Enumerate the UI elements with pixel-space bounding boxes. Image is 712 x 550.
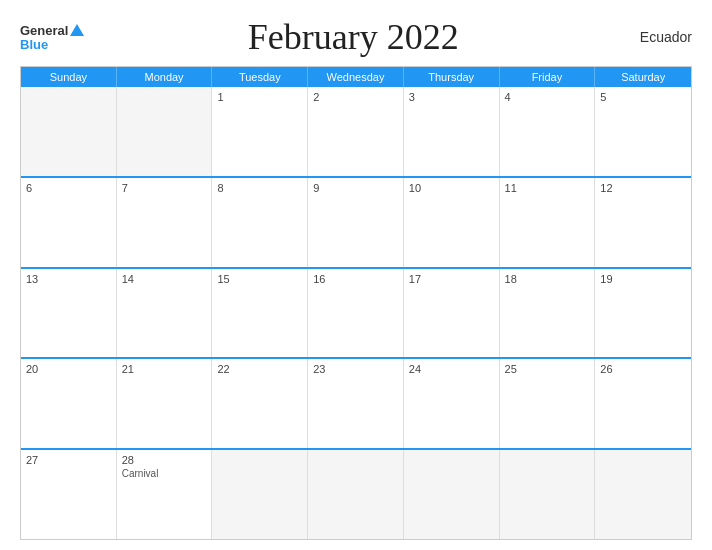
- day-number: 26: [600, 363, 686, 375]
- calendar-cell: 23: [308, 359, 404, 448]
- header-thursday: Thursday: [404, 67, 500, 87]
- day-number: 19: [600, 273, 686, 285]
- logo-general-text: General: [20, 24, 68, 37]
- calendar-cell: 7: [117, 178, 213, 267]
- day-number: 12: [600, 182, 686, 194]
- calendar-cell: 27: [21, 450, 117, 539]
- day-number: 4: [505, 91, 590, 103]
- calendar-header-row: Sunday Monday Tuesday Wednesday Thursday…: [21, 67, 691, 87]
- calendar-cell: 17: [404, 269, 500, 358]
- calendar-cell: 19: [595, 269, 691, 358]
- calendar-cell: 21: [117, 359, 213, 448]
- calendar-cell: 12: [595, 178, 691, 267]
- header-sunday: Sunday: [21, 67, 117, 87]
- logo-text: General Blue: [20, 24, 84, 51]
- logo-top: General: [20, 24, 84, 38]
- month-title: February 2022: [84, 16, 622, 58]
- calendar-cell: 28Carnival: [117, 450, 213, 539]
- day-number: 18: [505, 273, 590, 285]
- calendar-cell: 13: [21, 269, 117, 358]
- calendar-grid: Sunday Monday Tuesday Wednesday Thursday…: [20, 66, 692, 540]
- day-number: 8: [217, 182, 302, 194]
- calendar-cell: 15: [212, 269, 308, 358]
- calendar-week-2: 6789101112: [21, 176, 691, 267]
- calendar-cell: 18: [500, 269, 596, 358]
- calendar-week-3: 13141516171819: [21, 267, 691, 358]
- calendar-cell: 26: [595, 359, 691, 448]
- day-number: 7: [122, 182, 207, 194]
- day-number: 23: [313, 363, 398, 375]
- day-number: 1: [217, 91, 302, 103]
- calendar-cell: 14: [117, 269, 213, 358]
- day-number: 13: [26, 273, 111, 285]
- day-number: 15: [217, 273, 302, 285]
- calendar-cell: [595, 450, 691, 539]
- page-header: General Blue February 2022 Ecuador: [20, 16, 692, 58]
- calendar-cell: 24: [404, 359, 500, 448]
- calendar-cell: 4: [500, 87, 596, 176]
- logo-triangle-icon: [70, 24, 84, 36]
- calendar-cell: [500, 450, 596, 539]
- calendar-cell: [117, 87, 213, 176]
- calendar-cell: 11: [500, 178, 596, 267]
- calendar-cell: 8: [212, 178, 308, 267]
- calendar-cell: 25: [500, 359, 596, 448]
- calendar-cell: 6: [21, 178, 117, 267]
- day-number: 20: [26, 363, 111, 375]
- calendar-cell: 5: [595, 87, 691, 176]
- calendar-cell: 3: [404, 87, 500, 176]
- calendar-cell: 9: [308, 178, 404, 267]
- calendar-page: General Blue February 2022 Ecuador Sunda…: [0, 0, 712, 550]
- calendar-cell: 2: [308, 87, 404, 176]
- calendar-cell: 16: [308, 269, 404, 358]
- day-number: 25: [505, 363, 590, 375]
- day-number: 2: [313, 91, 398, 103]
- calendar-week-5: 2728Carnival: [21, 448, 691, 539]
- day-number: 24: [409, 363, 494, 375]
- day-number: 16: [313, 273, 398, 285]
- day-number: 5: [600, 91, 686, 103]
- day-number: 6: [26, 182, 111, 194]
- day-number: 27: [26, 454, 111, 466]
- calendar-cell: 20: [21, 359, 117, 448]
- calendar-cell: 22: [212, 359, 308, 448]
- day-number: 9: [313, 182, 398, 194]
- header-wednesday: Wednesday: [308, 67, 404, 87]
- calendar-cell: 1: [212, 87, 308, 176]
- calendar-body: 1234567891011121314151617181920212223242…: [21, 87, 691, 539]
- country-label: Ecuador: [622, 29, 692, 45]
- calendar-cell: 10: [404, 178, 500, 267]
- day-number: 17: [409, 273, 494, 285]
- header-saturday: Saturday: [595, 67, 691, 87]
- calendar-week-4: 20212223242526: [21, 357, 691, 448]
- calendar-cell: [21, 87, 117, 176]
- event-label: Carnival: [122, 468, 207, 479]
- header-friday: Friday: [500, 67, 596, 87]
- day-number: 14: [122, 273, 207, 285]
- day-number: 22: [217, 363, 302, 375]
- calendar-week-1: 12345: [21, 87, 691, 176]
- calendar-cell: [404, 450, 500, 539]
- calendar-cell: [212, 450, 308, 539]
- day-number: 11: [505, 182, 590, 194]
- day-number: 21: [122, 363, 207, 375]
- day-number: 10: [409, 182, 494, 194]
- calendar-cell: [308, 450, 404, 539]
- logo: General Blue: [20, 24, 84, 51]
- logo-blue-text: Blue: [20, 38, 84, 51]
- header-monday: Monday: [117, 67, 213, 87]
- day-number: 3: [409, 91, 494, 103]
- day-number: 28: [122, 454, 207, 466]
- header-tuesday: Tuesday: [212, 67, 308, 87]
